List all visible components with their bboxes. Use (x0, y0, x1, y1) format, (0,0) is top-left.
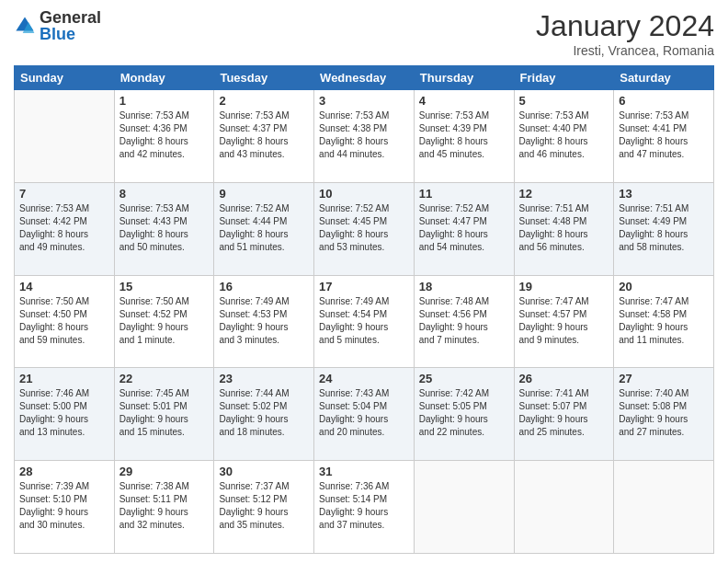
cell-info: Sunrise: 7:53 AMSunset: 4:40 PMDaylight:… (519, 109, 609, 161)
day-number: 19 (519, 280, 609, 293)
day-number: 26 (519, 372, 609, 385)
cell-info: Sunrise: 7:46 AMSunset: 5:00 PMDaylight:… (19, 387, 109, 439)
day-number: 4 (419, 94, 509, 108)
calendar-cell: 21Sunrise: 7:46 AMSunset: 5:00 PMDayligh… (15, 368, 115, 461)
calendar-cell: 30Sunrise: 7:37 AMSunset: 5:12 PMDayligh… (214, 461, 314, 554)
calendar-cell: 23Sunrise: 7:44 AMSunset: 5:02 PMDayligh… (214, 368, 314, 461)
calendar-cell: 9Sunrise: 7:52 AMSunset: 4:44 PMDaylight… (214, 182, 314, 275)
day-number: 21 (19, 372, 109, 385)
calendar-cell: 26Sunrise: 7:41 AMSunset: 5:07 PMDayligh… (514, 368, 614, 461)
cell-info: Sunrise: 7:53 AMSunset: 4:43 PMDaylight:… (119, 202, 210, 254)
cell-info: Sunrise: 7:53 AMSunset: 4:41 PMDaylight:… (619, 109, 709, 161)
day-header-friday: Friday (514, 66, 614, 90)
cell-info: Sunrise: 7:52 AMSunset: 4:44 PMDaylight:… (219, 202, 309, 254)
calendar-cell: 19Sunrise: 7:47 AMSunset: 4:57 PMDayligh… (514, 275, 614, 368)
cell-info: Sunrise: 7:45 AMSunset: 5:01 PMDaylight:… (119, 387, 210, 439)
day-number: 30 (219, 465, 309, 478)
day-number: 10 (319, 187, 409, 201)
day-number: 23 (219, 372, 309, 385)
week-row-1: 1Sunrise: 7:53 AMSunset: 4:36 PMDaylight… (15, 90, 714, 183)
calendar-cell (514, 461, 614, 554)
week-row-3: 14Sunrise: 7:50 AMSunset: 4:50 PMDayligh… (15, 275, 714, 368)
day-number: 27 (619, 372, 709, 385)
day-number: 29 (119, 465, 210, 478)
calendar-cell: 29Sunrise: 7:38 AMSunset: 5:11 PMDayligh… (114, 461, 214, 554)
day-number: 17 (319, 280, 409, 293)
day-number: 13 (619, 187, 709, 201)
cell-info: Sunrise: 7:53 AMSunset: 4:36 PMDaylight:… (119, 109, 210, 161)
calendar-cell: 22Sunrise: 7:45 AMSunset: 5:01 PMDayligh… (114, 368, 214, 461)
cell-info: Sunrise: 7:51 AMSunset: 4:49 PMDaylight:… (619, 202, 709, 254)
logo-general-text: General (40, 8, 101, 27)
cell-info: Sunrise: 7:49 AMSunset: 4:54 PMDaylight:… (319, 295, 409, 347)
calendar-cell: 12Sunrise: 7:51 AMSunset: 4:48 PMDayligh… (514, 182, 614, 275)
calendar-cell: 20Sunrise: 7:47 AMSunset: 4:58 PMDayligh… (614, 275, 714, 368)
calendar-cell (614, 461, 714, 554)
day-number: 11 (419, 187, 509, 201)
calendar-cell (15, 90, 115, 183)
page: General Blue January 2024 Iresti, Vrance… (0, 0, 728, 563)
cell-info: Sunrise: 7:50 AMSunset: 4:52 PMDaylight:… (119, 295, 210, 347)
logo-icon (14, 15, 36, 37)
calendar-cell: 13Sunrise: 7:51 AMSunset: 4:49 PMDayligh… (614, 182, 714, 275)
day-header-sunday: Sunday (15, 66, 115, 90)
cell-info: Sunrise: 7:53 AMSunset: 4:37 PMDaylight:… (219, 109, 309, 161)
calendar-cell: 3Sunrise: 7:53 AMSunset: 4:38 PMDaylight… (314, 90, 415, 183)
cell-info: Sunrise: 7:47 AMSunset: 4:58 PMDaylight:… (619, 295, 709, 347)
day-header-tuesday: Tuesday (214, 66, 314, 90)
day-header-saturday: Saturday (614, 66, 714, 90)
calendar-cell: 28Sunrise: 7:39 AMSunset: 5:10 PMDayligh… (15, 461, 115, 554)
calendar-cell: 16Sunrise: 7:49 AMSunset: 4:53 PMDayligh… (214, 275, 314, 368)
calendar-cell: 15Sunrise: 7:50 AMSunset: 4:52 PMDayligh… (114, 275, 214, 368)
calendar-cell: 11Sunrise: 7:52 AMSunset: 4:47 PMDayligh… (414, 182, 514, 275)
cell-info: Sunrise: 7:48 AMSunset: 4:56 PMDaylight:… (419, 295, 509, 347)
cell-info: Sunrise: 7:42 AMSunset: 5:05 PMDaylight:… (419, 387, 509, 439)
day-number: 18 (419, 280, 509, 293)
day-number: 2 (219, 94, 309, 108)
day-number: 3 (319, 94, 409, 108)
day-number: 1 (119, 94, 210, 108)
title-block: January 2024 Iresti, Vrancea, Romania (536, 9, 714, 58)
day-number: 28 (19, 465, 109, 478)
calendar-cell: 31Sunrise: 7:36 AMSunset: 5:14 PMDayligh… (314, 461, 415, 554)
cell-info: Sunrise: 7:39 AMSunset: 5:10 PMDaylight:… (19, 480, 109, 532)
day-number: 24 (319, 372, 409, 385)
logo: General Blue (14, 9, 101, 42)
calendar-cell: 18Sunrise: 7:48 AMSunset: 4:56 PMDayligh… (414, 275, 514, 368)
calendar-cell: 10Sunrise: 7:52 AMSunset: 4:45 PMDayligh… (314, 182, 415, 275)
day-number: 12 (519, 187, 609, 201)
day-number: 25 (419, 372, 509, 385)
day-number: 5 (519, 94, 609, 108)
calendar-cell: 4Sunrise: 7:53 AMSunset: 4:39 PMDaylight… (414, 90, 514, 183)
calendar-table: SundayMondayTuesdayWednesdayThursdayFrid… (14, 65, 714, 554)
calendar-cell: 8Sunrise: 7:53 AMSunset: 4:43 PMDaylight… (114, 182, 214, 275)
week-row-5: 28Sunrise: 7:39 AMSunset: 5:10 PMDayligh… (15, 461, 714, 554)
calendar-cell: 24Sunrise: 7:43 AMSunset: 5:04 PMDayligh… (314, 368, 415, 461)
calendar-cell: 17Sunrise: 7:49 AMSunset: 4:54 PMDayligh… (314, 275, 415, 368)
cell-info: Sunrise: 7:50 AMSunset: 4:50 PMDaylight:… (19, 295, 109, 347)
cell-info: Sunrise: 7:44 AMSunset: 5:02 PMDaylight:… (219, 387, 309, 439)
day-number: 16 (219, 280, 309, 293)
cell-info: Sunrise: 7:53 AMSunset: 4:38 PMDaylight:… (319, 109, 409, 161)
cell-info: Sunrise: 7:52 AMSunset: 4:45 PMDaylight:… (319, 202, 409, 254)
day-number: 7 (19, 187, 109, 201)
day-number: 22 (119, 372, 210, 385)
cell-info: Sunrise: 7:47 AMSunset: 4:57 PMDaylight:… (519, 295, 609, 347)
calendar-cell: 27Sunrise: 7:40 AMSunset: 5:08 PMDayligh… (614, 368, 714, 461)
day-number: 20 (619, 280, 709, 293)
calendar-cell: 2Sunrise: 7:53 AMSunset: 4:37 PMDaylight… (214, 90, 314, 183)
day-number: 9 (219, 187, 309, 201)
day-number: 8 (119, 187, 210, 201)
cell-info: Sunrise: 7:41 AMSunset: 5:07 PMDaylight:… (519, 387, 609, 439)
cell-info: Sunrise: 7:37 AMSunset: 5:12 PMDaylight:… (219, 480, 309, 532)
day-number: 15 (119, 280, 210, 293)
calendar-cell (414, 461, 514, 554)
cell-info: Sunrise: 7:40 AMSunset: 5:08 PMDaylight:… (619, 387, 709, 439)
day-number: 14 (19, 280, 109, 293)
calendar-cell: 7Sunrise: 7:53 AMSunset: 4:42 PMDaylight… (15, 182, 115, 275)
cell-info: Sunrise: 7:38 AMSunset: 5:11 PMDaylight:… (119, 480, 210, 532)
cell-info: Sunrise: 7:52 AMSunset: 4:47 PMDaylight:… (419, 202, 509, 254)
month-title: January 2024 (536, 9, 714, 43)
logo-blue-text: Blue (40, 25, 75, 43)
day-number: 31 (319, 465, 409, 478)
